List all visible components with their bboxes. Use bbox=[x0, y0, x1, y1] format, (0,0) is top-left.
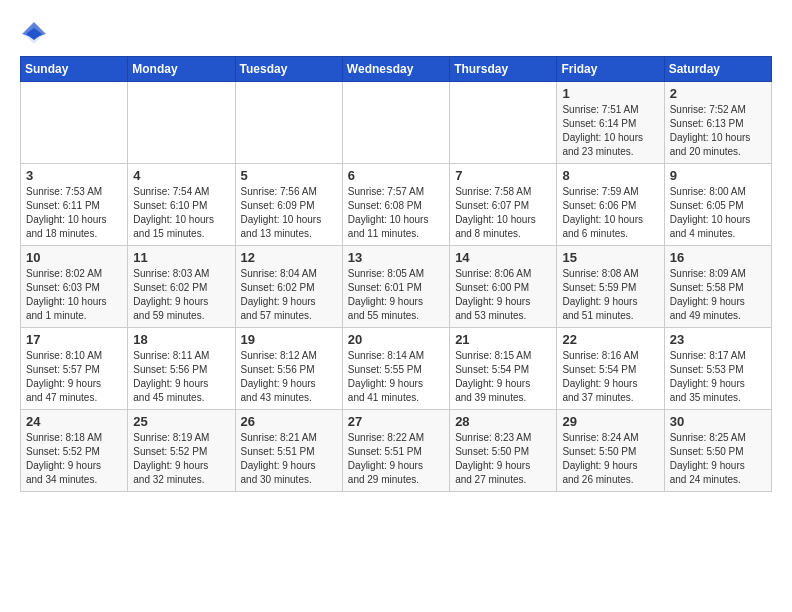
week-row-2: 3Sunrise: 7:53 AM Sunset: 6:11 PM Daylig… bbox=[21, 164, 772, 246]
day-cell: 25Sunrise: 8:19 AM Sunset: 5:52 PM Dayli… bbox=[128, 410, 235, 492]
day-number: 20 bbox=[348, 332, 444, 347]
day-number: 5 bbox=[241, 168, 337, 183]
day-number: 7 bbox=[455, 168, 551, 183]
day-cell: 26Sunrise: 8:21 AM Sunset: 5:51 PM Dayli… bbox=[235, 410, 342, 492]
day-info: Sunrise: 8:22 AM Sunset: 5:51 PM Dayligh… bbox=[348, 431, 444, 487]
day-number: 2 bbox=[670, 86, 766, 101]
day-number: 14 bbox=[455, 250, 551, 265]
day-cell: 24Sunrise: 8:18 AM Sunset: 5:52 PM Dayli… bbox=[21, 410, 128, 492]
week-row-3: 10Sunrise: 8:02 AM Sunset: 6:03 PM Dayli… bbox=[21, 246, 772, 328]
header-row: SundayMondayTuesdayWednesdayThursdayFrid… bbox=[21, 57, 772, 82]
logo-icon bbox=[20, 20, 48, 48]
day-cell: 16Sunrise: 8:09 AM Sunset: 5:58 PM Dayli… bbox=[664, 246, 771, 328]
day-info: Sunrise: 7:51 AM Sunset: 6:14 PM Dayligh… bbox=[562, 103, 658, 159]
day-number: 11 bbox=[133, 250, 229, 265]
day-header-tuesday: Tuesday bbox=[235, 57, 342, 82]
day-header-friday: Friday bbox=[557, 57, 664, 82]
day-info: Sunrise: 8:23 AM Sunset: 5:50 PM Dayligh… bbox=[455, 431, 551, 487]
day-cell: 19Sunrise: 8:12 AM Sunset: 5:56 PM Dayli… bbox=[235, 328, 342, 410]
day-cell bbox=[235, 82, 342, 164]
day-cell: 20Sunrise: 8:14 AM Sunset: 5:55 PM Dayli… bbox=[342, 328, 449, 410]
day-number: 1 bbox=[562, 86, 658, 101]
day-cell: 10Sunrise: 8:02 AM Sunset: 6:03 PM Dayli… bbox=[21, 246, 128, 328]
day-info: Sunrise: 8:08 AM Sunset: 5:59 PM Dayligh… bbox=[562, 267, 658, 323]
day-number: 17 bbox=[26, 332, 122, 347]
day-cell bbox=[21, 82, 128, 164]
day-cell: 4Sunrise: 7:54 AM Sunset: 6:10 PM Daylig… bbox=[128, 164, 235, 246]
day-cell: 18Sunrise: 8:11 AM Sunset: 5:56 PM Dayli… bbox=[128, 328, 235, 410]
day-number: 24 bbox=[26, 414, 122, 429]
day-cell: 3Sunrise: 7:53 AM Sunset: 6:11 PM Daylig… bbox=[21, 164, 128, 246]
day-cell: 8Sunrise: 7:59 AM Sunset: 6:06 PM Daylig… bbox=[557, 164, 664, 246]
day-number: 27 bbox=[348, 414, 444, 429]
day-number: 8 bbox=[562, 168, 658, 183]
day-info: Sunrise: 7:53 AM Sunset: 6:11 PM Dayligh… bbox=[26, 185, 122, 241]
day-cell: 14Sunrise: 8:06 AM Sunset: 6:00 PM Dayli… bbox=[450, 246, 557, 328]
day-info: Sunrise: 7:56 AM Sunset: 6:09 PM Dayligh… bbox=[241, 185, 337, 241]
day-number: 16 bbox=[670, 250, 766, 265]
day-info: Sunrise: 7:54 AM Sunset: 6:10 PM Dayligh… bbox=[133, 185, 229, 241]
day-cell bbox=[128, 82, 235, 164]
day-info: Sunrise: 8:11 AM Sunset: 5:56 PM Dayligh… bbox=[133, 349, 229, 405]
calendar-header: SundayMondayTuesdayWednesdayThursdayFrid… bbox=[21, 57, 772, 82]
day-number: 10 bbox=[26, 250, 122, 265]
day-info: Sunrise: 7:52 AM Sunset: 6:13 PM Dayligh… bbox=[670, 103, 766, 159]
day-number: 18 bbox=[133, 332, 229, 347]
day-info: Sunrise: 8:10 AM Sunset: 5:57 PM Dayligh… bbox=[26, 349, 122, 405]
day-info: Sunrise: 8:18 AM Sunset: 5:52 PM Dayligh… bbox=[26, 431, 122, 487]
day-number: 9 bbox=[670, 168, 766, 183]
day-cell: 7Sunrise: 7:58 AM Sunset: 6:07 PM Daylig… bbox=[450, 164, 557, 246]
day-header-saturday: Saturday bbox=[664, 57, 771, 82]
day-header-wednesday: Wednesday bbox=[342, 57, 449, 82]
day-cell: 6Sunrise: 7:57 AM Sunset: 6:08 PM Daylig… bbox=[342, 164, 449, 246]
day-number: 19 bbox=[241, 332, 337, 347]
day-number: 6 bbox=[348, 168, 444, 183]
day-cell: 5Sunrise: 7:56 AM Sunset: 6:09 PM Daylig… bbox=[235, 164, 342, 246]
calendar-table: SundayMondayTuesdayWednesdayThursdayFrid… bbox=[20, 56, 772, 492]
day-number: 23 bbox=[670, 332, 766, 347]
day-info: Sunrise: 8:19 AM Sunset: 5:52 PM Dayligh… bbox=[133, 431, 229, 487]
week-row-1: 1Sunrise: 7:51 AM Sunset: 6:14 PM Daylig… bbox=[21, 82, 772, 164]
day-cell: 12Sunrise: 8:04 AM Sunset: 6:02 PM Dayli… bbox=[235, 246, 342, 328]
day-info: Sunrise: 8:00 AM Sunset: 6:05 PM Dayligh… bbox=[670, 185, 766, 241]
day-cell: 21Sunrise: 8:15 AM Sunset: 5:54 PM Dayli… bbox=[450, 328, 557, 410]
day-info: Sunrise: 8:06 AM Sunset: 6:00 PM Dayligh… bbox=[455, 267, 551, 323]
day-number: 30 bbox=[670, 414, 766, 429]
day-number: 13 bbox=[348, 250, 444, 265]
day-info: Sunrise: 7:58 AM Sunset: 6:07 PM Dayligh… bbox=[455, 185, 551, 241]
day-number: 28 bbox=[455, 414, 551, 429]
day-cell: 30Sunrise: 8:25 AM Sunset: 5:50 PM Dayli… bbox=[664, 410, 771, 492]
day-cell: 29Sunrise: 8:24 AM Sunset: 5:50 PM Dayli… bbox=[557, 410, 664, 492]
day-header-sunday: Sunday bbox=[21, 57, 128, 82]
day-info: Sunrise: 8:16 AM Sunset: 5:54 PM Dayligh… bbox=[562, 349, 658, 405]
day-info: Sunrise: 8:09 AM Sunset: 5:58 PM Dayligh… bbox=[670, 267, 766, 323]
calendar-body: 1Sunrise: 7:51 AM Sunset: 6:14 PM Daylig… bbox=[21, 82, 772, 492]
day-cell: 23Sunrise: 8:17 AM Sunset: 5:53 PM Dayli… bbox=[664, 328, 771, 410]
day-cell: 11Sunrise: 8:03 AM Sunset: 6:02 PM Dayli… bbox=[128, 246, 235, 328]
day-info: Sunrise: 7:59 AM Sunset: 6:06 PM Dayligh… bbox=[562, 185, 658, 241]
day-header-monday: Monday bbox=[128, 57, 235, 82]
day-info: Sunrise: 8:24 AM Sunset: 5:50 PM Dayligh… bbox=[562, 431, 658, 487]
day-cell: 15Sunrise: 8:08 AM Sunset: 5:59 PM Dayli… bbox=[557, 246, 664, 328]
day-cell: 28Sunrise: 8:23 AM Sunset: 5:50 PM Dayli… bbox=[450, 410, 557, 492]
calendar-page: SundayMondayTuesdayWednesdayThursdayFrid… bbox=[0, 0, 792, 508]
day-number: 22 bbox=[562, 332, 658, 347]
day-info: Sunrise: 8:05 AM Sunset: 6:01 PM Dayligh… bbox=[348, 267, 444, 323]
page-header bbox=[20, 16, 772, 48]
day-cell: 2Sunrise: 7:52 AM Sunset: 6:13 PM Daylig… bbox=[664, 82, 771, 164]
day-info: Sunrise: 7:57 AM Sunset: 6:08 PM Dayligh… bbox=[348, 185, 444, 241]
day-header-thursday: Thursday bbox=[450, 57, 557, 82]
logo bbox=[20, 20, 52, 48]
day-number: 15 bbox=[562, 250, 658, 265]
day-cell: 9Sunrise: 8:00 AM Sunset: 6:05 PM Daylig… bbox=[664, 164, 771, 246]
day-info: Sunrise: 8:17 AM Sunset: 5:53 PM Dayligh… bbox=[670, 349, 766, 405]
day-cell: 27Sunrise: 8:22 AM Sunset: 5:51 PM Dayli… bbox=[342, 410, 449, 492]
week-row-5: 24Sunrise: 8:18 AM Sunset: 5:52 PM Dayli… bbox=[21, 410, 772, 492]
day-number: 25 bbox=[133, 414, 229, 429]
day-cell bbox=[342, 82, 449, 164]
week-row-4: 17Sunrise: 8:10 AM Sunset: 5:57 PM Dayli… bbox=[21, 328, 772, 410]
day-number: 26 bbox=[241, 414, 337, 429]
day-info: Sunrise: 8:14 AM Sunset: 5:55 PM Dayligh… bbox=[348, 349, 444, 405]
day-number: 29 bbox=[562, 414, 658, 429]
day-info: Sunrise: 8:03 AM Sunset: 6:02 PM Dayligh… bbox=[133, 267, 229, 323]
